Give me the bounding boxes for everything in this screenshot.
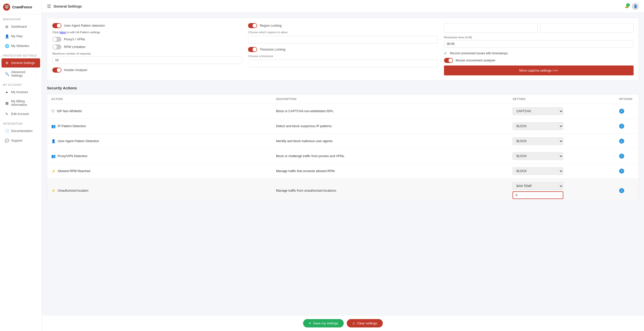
rpm-reached-info-icon[interactable]: i: [619, 169, 624, 174]
record-unresolved-label: Record unresolved issues with timestamps: [450, 52, 508, 55]
notification-badge: 1: [626, 3, 630, 7]
top-dropdowns: [444, 23, 634, 33]
ip-pattern-label: IP Pattern Detection: [58, 124, 86, 128]
unauth-location-setting-col: BLOCK CAPTCHA BAN TEMP ALLOW: [513, 182, 611, 199]
sidebar-my-plan-label: My Plan: [11, 35, 37, 38]
rpm-reached-label: Allowed RPM Reached: [58, 169, 90, 173]
settings-col-3: Resolution time (H:M) ✔ Record unresolve…: [444, 23, 634, 75]
sidebar-dashboard-label: Dashboard: [11, 25, 37, 28]
documentation-icon: 📄: [5, 129, 9, 133]
proxy-toggle-row: Proxy's / VPNs: [52, 37, 242, 42]
header-analyser-toggle-row: Header Analyser: [52, 68, 242, 73]
sidebar-item-my-invoices[interactable]: ● My Invoices: [2, 88, 40, 97]
sidebar-support-label: Support: [11, 139, 37, 142]
ua-pattern-toggle[interactable]: [52, 23, 61, 28]
proxy-toggle[interactable]: [52, 37, 61, 42]
timezone-locking-toggle[interactable]: [248, 47, 257, 52]
ua-pattern-setting-select[interactable]: BLOCK CAPTCHA BAN TEMP ALLOW: [513, 137, 563, 145]
table-row: 🛡 ISP Non-Whitelist Block or CAPTCHA non…: [47, 104, 639, 119]
ua-pattern-info-icon[interactable]: i: [619, 139, 624, 144]
isp-options-cell: i: [619, 109, 635, 114]
isp-info-icon[interactable]: i: [619, 109, 624, 114]
col-description: DESCRIPTION: [272, 94, 508, 104]
user-avatar[interactable]: 👤: [632, 3, 639, 10]
proxy-vpn-label: Proxy/VPN Detection: [58, 154, 87, 158]
rpm-reached-icon: ⚡: [51, 169, 56, 173]
top-dropdown-1[interactable]: [444, 23, 538, 33]
notification-icon[interactable]: 🔔 1: [625, 4, 629, 8]
account-section-label: My Account: [0, 80, 42, 87]
crawlfence-logo-icon: 🐺: [3, 4, 10, 11]
content-area: User-Agent Pattern detection Click Here …: [42, 13, 644, 315]
dashboard-icon: ⊞: [5, 24, 9, 29]
action-cell-proxy-vpn: 👥 Proxy/VPN Detection: [51, 154, 268, 158]
page-title: General Settings: [54, 4, 82, 8]
sidebar-my-websites-label: My Websites: [11, 44, 34, 48]
resolution-time-input[interactable]: [444, 40, 634, 48]
sidebar-item-support[interactable]: 💬 Support: [2, 136, 40, 145]
isp-action-icon: 🛡: [51, 109, 55, 113]
sidebar-edit-account-label: Edit Account: [11, 112, 37, 116]
sidebar-item-edit-account[interactable]: ✎ Edit Account: [2, 109, 40, 119]
ip-pattern-setting-select[interactable]: BLOCK CAPTCHA BAN TEMP ALLOW: [513, 122, 563, 130]
security-actions-table: ACTION DESCRIPTION SETTING OPTIONS: [47, 94, 639, 201]
unauth-location-info-icon[interactable]: i: [619, 188, 624, 193]
sidebar-item-advanced-settings[interactable]: 🔍 Advanced Settings ›: [2, 68, 40, 80]
sidebar-item-billing-info[interactable]: ▦ My Billing Information: [2, 97, 40, 109]
unauth-location-temp-input[interactable]: [513, 191, 563, 199]
my-plan-icon: 👤: [5, 34, 9, 39]
top-dropdown-2[interactable]: [540, 23, 634, 33]
integration-section-label: Integration: [0, 119, 42, 126]
ua-pattern-toggle-row: User-Agent Pattern detection: [52, 23, 242, 28]
region-locking-toggle[interactable]: [248, 23, 257, 28]
sidebar-item-general-settings[interactable]: ⚙ General Settings: [2, 58, 40, 68]
proxy-vpn-info-icon[interactable]: i: [619, 154, 624, 159]
sidebar: 🐺 CrawlFence Navigation ⊞ Dashboard 👤 My…: [0, 0, 42, 331]
unauth-location-options-cell: i: [619, 188, 635, 193]
mouse-movement-toggle[interactable]: [444, 58, 453, 63]
unauth-location-setting-select[interactable]: BLOCK CAPTCHA BAN TEMP ALLOW: [513, 182, 563, 190]
max-requests-input[interactable]: [52, 56, 242, 64]
timezone-select-input[interactable]: [248, 60, 438, 67]
region-locking-sublabel: Choose which regions to allow: [248, 31, 438, 34]
nav-section-label: Navigation: [0, 14, 42, 22]
clear-icon: ⚠: [352, 321, 355, 325]
rpm-reached-options-cell: i: [619, 169, 635, 174]
header-analyser-toggle[interactable]: [52, 68, 61, 73]
my-websites-icon: 🌐: [5, 44, 9, 48]
isp-setting-select[interactable]: CAPTCHA BLOCK BAN TEMP ALLOW: [513, 107, 563, 115]
sidebar-item-documentation[interactable]: 📄 Documentation: [2, 126, 40, 136]
ip-pattern-info-icon[interactable]: i: [619, 124, 624, 129]
more-captcha-button[interactable]: More captcha settings >>>: [444, 65, 634, 75]
rpm-toggle[interactable]: [52, 44, 61, 49]
table-row: 👥 IP Pattern Detection Detect and block …: [47, 119, 639, 134]
mouse-movement-toggle-row: Mouse mouvement analyser: [444, 58, 634, 63]
hamburger-menu-icon[interactable]: ☰: [47, 4, 51, 9]
settings-col-1: User-Agent Pattern detection Click Here …: [52, 23, 242, 75]
edit-account-icon: ✎: [5, 112, 9, 116]
table-scroll-area[interactable]: ACTION DESCRIPTION SETTING OPTIONS: [47, 94, 639, 201]
rpm-reached-setting-select[interactable]: BLOCK CAPTCHA BAN TEMP ALLOW: [513, 167, 563, 175]
proxy-vpn-setting-select[interactable]: BLOCK CAPTCHA BAN TEMP ALLOW: [513, 152, 563, 160]
clear-settings-button[interactable]: ⚠ Clear settings: [347, 319, 383, 327]
ua-pattern-link[interactable]: Here: [59, 31, 66, 34]
table-header: ACTION DESCRIPTION SETTING OPTIONS: [47, 94, 639, 104]
region-select-input[interactable]: [248, 36, 438, 43]
clear-label: Clear settings: [357, 321, 377, 325]
header-right: 🔔 1 👤: [625, 3, 639, 10]
security-actions-table-container: ACTION DESCRIPTION SETTING OPTIONS: [47, 94, 639, 201]
record-unresolved-row: ✔ Record unresolved issues with timestam…: [444, 51, 634, 55]
sidebar-item-my-plan[interactable]: 👤 My Plan: [2, 32, 40, 41]
mouse-movement-label: Mouse mouvement analyser: [456, 59, 496, 62]
resolution-time-label: Resolution time (H:M): [444, 36, 634, 39]
checkbox-checked-icon: ✔: [444, 51, 448, 55]
timezone-locking-label: Timezone Locking: [260, 48, 285, 51]
sidebar-general-settings-label: General Settings: [11, 61, 37, 65]
save-settings-button[interactable]: ✔ Save my settings: [303, 319, 344, 327]
sidebar-item-my-websites[interactable]: 🌐 My Websites ›: [2, 41, 40, 51]
sidebar-item-dashboard[interactable]: ⊞ Dashboard: [2, 22, 40, 31]
col-setting: SETTING: [508, 94, 615, 104]
brand-logo: 🐺 CrawlFence: [0, 0, 42, 14]
proxy-label: Proxy's / VPNs: [64, 38, 85, 41]
col-options: OPTIONS: [615, 94, 639, 104]
